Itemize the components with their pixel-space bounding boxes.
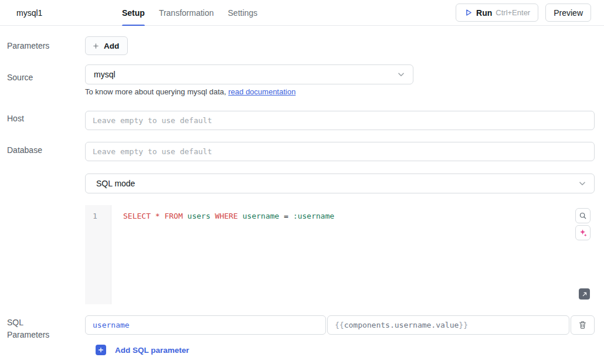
sql-mode-select[interactable]: SQL mode xyxy=(85,174,595,193)
run-shortcut-hint: Ctrl+Enter xyxy=(496,8,530,17)
trash-icon xyxy=(578,321,587,329)
expand-icon xyxy=(581,291,588,298)
tab-settings[interactable]: Settings xyxy=(228,0,258,26)
sql-parameter-value-input[interactable]: {{components.username.value}} xyxy=(327,315,569,335)
add-parameter-button[interactable]: Add xyxy=(85,36,128,55)
query-name: mysql1 xyxy=(16,0,42,26)
sql-query-text[interactable]: SELECT * FROM users WHERE username = :us… xyxy=(123,212,334,220)
sql-parameter-key-input[interactable] xyxy=(85,315,326,335)
delete-sql-parameter-button[interactable] xyxy=(571,315,595,335)
host-input[interactable] xyxy=(85,111,595,130)
query-editor-header: mysql1 Setup Transformation Settings Run… xyxy=(0,0,604,26)
chevron-down-icon xyxy=(396,70,406,79)
editor-gutter xyxy=(85,205,111,304)
preview-button-label: Preview xyxy=(554,8,583,18)
tab-bar: Setup Transformation Settings xyxy=(122,0,257,26)
source-help-text: To know more about querying mysql data, … xyxy=(85,87,296,96)
editor-search-button[interactable] xyxy=(575,208,591,223)
database-input[interactable] xyxy=(85,142,595,161)
run-button[interactable]: Run Ctrl+Enter xyxy=(456,4,538,22)
source-select-value: mysql xyxy=(94,70,116,79)
plus-icon xyxy=(92,42,100,50)
sparkle-icon xyxy=(579,229,588,237)
host-label: Host xyxy=(7,113,24,125)
tab-transformation[interactable]: Transformation xyxy=(159,0,214,26)
add-parameter-label: Add xyxy=(104,42,119,50)
search-icon xyxy=(579,212,587,220)
database-label: Database xyxy=(7,144,42,157)
sql-code-editor[interactable]: 1 SELECT * FROM users WHERE username = :… xyxy=(85,205,595,304)
binding-expression: components.username.value xyxy=(344,321,459,329)
line-number: 1 xyxy=(93,212,97,220)
sql-parameters-label: SQL Parameters xyxy=(7,317,54,341)
add-sql-parameter-button[interactable]: Add SQL parameter xyxy=(96,345,189,355)
source-label: Source xyxy=(7,72,33,84)
ai-copilot-button[interactable] xyxy=(575,225,591,240)
run-button-label: Run xyxy=(476,8,492,18)
binding-open-brace: {{ xyxy=(335,321,344,329)
sql-mode-value: SQL mode xyxy=(96,179,135,188)
binding-close-brace: }} xyxy=(459,321,468,329)
play-icon xyxy=(464,8,473,17)
read-documentation-link[interactable]: read documentation xyxy=(228,87,296,96)
add-sql-parameter-label: Add SQL parameter xyxy=(115,346,189,355)
tab-setup[interactable]: Setup xyxy=(122,0,145,26)
editor-expand-button[interactable] xyxy=(579,288,590,300)
header-actions: Run Ctrl+Enter Preview xyxy=(456,4,591,22)
plus-square-icon xyxy=(96,345,106,355)
query-editor-panel: mysql1 Setup Transformation Settings Run… xyxy=(0,0,604,364)
source-select[interactable]: mysql xyxy=(85,64,413,84)
parameters-label: Parameters xyxy=(7,40,49,52)
chevron-down-icon xyxy=(578,179,587,188)
preview-button[interactable]: Preview xyxy=(545,4,591,22)
source-help-prefix: To know more about querying mysql data, xyxy=(85,87,228,96)
